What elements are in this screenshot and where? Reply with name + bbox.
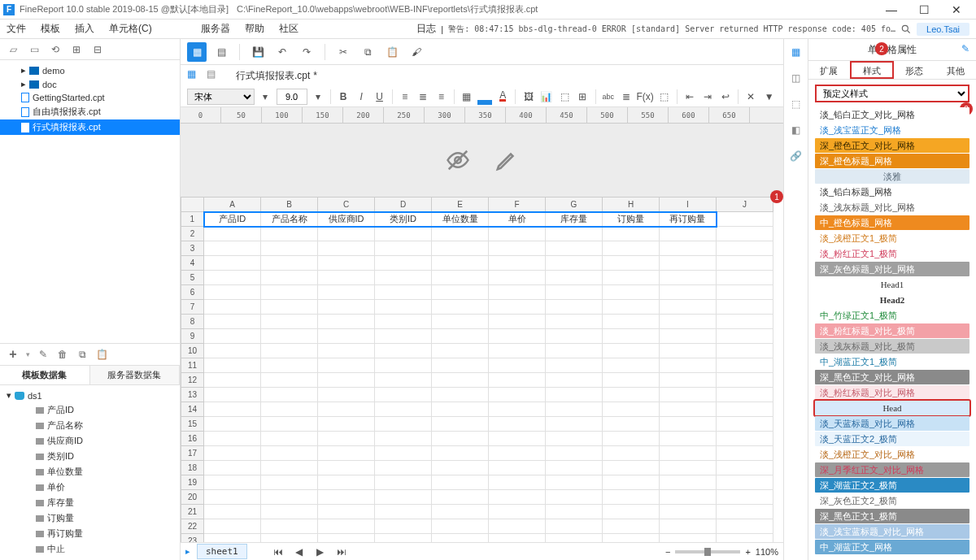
- view-form-icon[interactable]: ▤: [207, 68, 221, 83]
- cell[interactable]: [489, 241, 546, 256]
- cell[interactable]: [375, 388, 432, 402]
- cell[interactable]: [261, 461, 318, 475]
- cell[interactable]: [660, 373, 717, 388]
- cell[interactable]: [432, 315, 489, 329]
- cell[interactable]: [375, 490, 432, 505]
- style-preset-item[interactable]: 深_灰色正文2_极简: [815, 493, 969, 508]
- cell[interactable]: [489, 402, 546, 417]
- cell[interactable]: [204, 256, 261, 271]
- hyperlink-icon[interactable]: 🔗: [788, 148, 804, 164]
- cell[interactable]: [489, 256, 546, 271]
- cell[interactable]: [375, 505, 432, 519]
- cell[interactable]: [261, 358, 318, 373]
- cell[interactable]: [375, 315, 432, 329]
- cell[interactable]: [660, 388, 717, 402]
- border-button[interactable]: ▦: [460, 89, 474, 105]
- dataset-column[interactable]: 中止: [0, 541, 180, 557]
- cell[interactable]: 订购量: [603, 212, 660, 227]
- cell[interactable]: [432, 300, 489, 315]
- cell[interactable]: [261, 241, 318, 256]
- cell[interactable]: [432, 271, 489, 285]
- cell[interactable]: [489, 519, 546, 534]
- cell[interactable]: [546, 271, 603, 285]
- cell[interactable]: [717, 475, 773, 490]
- cell[interactable]: [375, 344, 432, 358]
- cell[interactable]: [660, 358, 717, 373]
- cell[interactable]: [204, 417, 261, 432]
- edit-panel-icon[interactable]: ✎: [961, 43, 969, 54]
- style-preset-item[interactable]: 淡_天蓝标题_对比_网格: [815, 416, 969, 431]
- cell[interactable]: [261, 315, 318, 329]
- cell[interactable]: [375, 432, 432, 446]
- cell[interactable]: [432, 461, 489, 475]
- file-tree[interactable]: ▸demo▸docGettingStarted.cpt自由填报报表.cpt行式填…: [0, 60, 180, 343]
- cell[interactable]: [489, 475, 546, 490]
- paste-dataset-icon[interactable]: 📋: [95, 348, 108, 361]
- cell[interactable]: [261, 475, 318, 490]
- log-menu[interactable]: 日志: [416, 22, 436, 36]
- cell[interactable]: [603, 432, 660, 446]
- user-chip[interactable]: Leo.Tsai: [917, 23, 969, 36]
- cell[interactable]: [375, 271, 432, 285]
- cell[interactable]: [603, 461, 660, 475]
- add-sheet-button[interactable]: ▸: [185, 546, 190, 557]
- mode-design-button[interactable]: ▦: [187, 42, 207, 62]
- dataset-column[interactable]: 订购量: [0, 510, 180, 526]
- spreadsheet-grid[interactable]: ABCDEFGHIJ1产品ID产品名称供应商ID类别ID单位数量单价库存量订购量…: [181, 197, 783, 560]
- cell[interactable]: [717, 241, 773, 256]
- align-right-button[interactable]: ≡: [434, 89, 448, 105]
- cell[interactable]: [318, 490, 375, 505]
- menu-帮助[interactable]: 帮助: [245, 22, 264, 36]
- cell[interactable]: [660, 271, 717, 285]
- style-preset-item[interactable]: 淡_浅橙正文1_极简: [815, 231, 969, 245]
- condition-attr-icon[interactable]: ◧: [788, 122, 804, 138]
- cell[interactable]: [375, 519, 432, 534]
- save-button[interactable]: 💾: [248, 42, 268, 62]
- cell[interactable]: [717, 256, 773, 271]
- add-dataset-icon[interactable]: +: [7, 348, 20, 361]
- cell[interactable]: [546, 329, 603, 344]
- cell[interactable]: [432, 490, 489, 505]
- cell[interactable]: [489, 315, 546, 329]
- style-preset-item[interactable]: 深_湖蓝正文2_极简: [815, 478, 969, 493]
- cell[interactable]: [204, 388, 261, 402]
- style-preset-list[interactable]: 淡_铅白正文_对比_网格淡_浅宝蓝正文_网格深_橙色正文_对比_网格深_橙色标题…: [808, 107, 976, 560]
- cell[interactable]: [546, 373, 603, 388]
- cell[interactable]: [489, 285, 546, 300]
- rp-tab-样式[interactable]: 样式: [850, 61, 895, 79]
- cell[interactable]: [375, 285, 432, 300]
- cell[interactable]: [204, 315, 261, 329]
- cell[interactable]: 库存量: [546, 212, 603, 227]
- tree-item[interactable]: 行式填报报表.cpt: [0, 119, 180, 135]
- cell[interactable]: [375, 446, 432, 461]
- cell[interactable]: 产品名称: [261, 212, 318, 227]
- cell[interactable]: [204, 271, 261, 285]
- cell[interactable]: [489, 344, 546, 358]
- cell[interactable]: [375, 358, 432, 373]
- cell[interactable]: [603, 271, 660, 285]
- cell[interactable]: [489, 490, 546, 505]
- cell[interactable]: [318, 373, 375, 388]
- paste-button[interactable]: 📋: [382, 42, 402, 62]
- dataset-column[interactable]: 产品ID: [0, 402, 180, 418]
- style-preset-item[interactable]: 中_竹绿正文1_极简: [815, 308, 969, 323]
- cell[interactable]: [318, 446, 375, 461]
- cell[interactable]: [204, 358, 261, 373]
- cell[interactable]: [546, 490, 603, 505]
- format-painter-button[interactable]: 🖌: [407, 42, 426, 62]
- cell[interactable]: [318, 329, 375, 344]
- cell[interactable]: [318, 241, 375, 256]
- cell[interactable]: [717, 505, 773, 519]
- filter-button[interactable]: ▼: [762, 89, 777, 105]
- cell[interactable]: [603, 417, 660, 432]
- undo-button[interactable]: ↶: [272, 42, 292, 62]
- cell[interactable]: [603, 475, 660, 490]
- cut-button[interactable]: ✂: [333, 42, 353, 62]
- cell[interactable]: [546, 315, 603, 329]
- style-preset-item[interactable]: 淡_粉红标题_对比_极简: [815, 323, 969, 338]
- cell[interactable]: [546, 475, 603, 490]
- cell[interactable]: [204, 505, 261, 519]
- tree-item[interactable]: ▸doc: [0, 77, 180, 91]
- copy-dataset-icon[interactable]: ⧉: [76, 348, 89, 361]
- cell[interactable]: [489, 446, 546, 461]
